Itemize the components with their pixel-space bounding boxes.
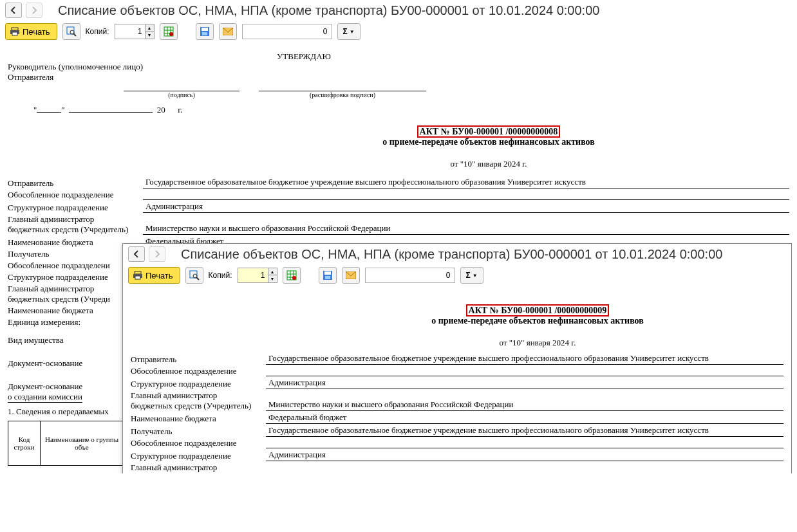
sender-value: Государственное образовательное бюджетно… (143, 177, 789, 188)
step-up-icon[interactable]: ▲ (145, 24, 154, 32)
sigma-icon: Σ (465, 271, 470, 280)
obosob-label: Обособленное подразделение (131, 366, 266, 376)
svg-rect-30 (325, 276, 330, 279)
chevron-down-icon: ▼ (473, 273, 478, 279)
kind-label: Вид имущества (8, 335, 63, 345)
magnifier-icon (66, 26, 77, 37)
step-up-icon[interactable]: ▲ (268, 268, 277, 275)
window-title: Списание объектов ОС, НМА, НПА (кроме тр… (171, 246, 722, 263)
basis2-label: Документ-основаниео создании комиссии (8, 381, 82, 403)
svg-point-27 (292, 276, 296, 280)
budget-label: Наименование бюджета (131, 414, 266, 424)
grid-settings-button[interactable] (283, 267, 301, 284)
approve-heading: УТВЕРЖДАЮ (188, 51, 420, 62)
grid-icon (286, 270, 297, 280)
preview-button[interactable] (62, 23, 80, 40)
print-label: Печать (145, 271, 173, 280)
mail-icon (346, 271, 356, 279)
sender-label: Отправитель (131, 354, 266, 365)
sigma-button[interactable]: Σ ▼ (460, 267, 483, 284)
admin2-label: Главный администраторбюджетных средств (… (131, 463, 266, 473)
sigma-icon: Σ (342, 27, 347, 36)
printer-icon (133, 270, 143, 280)
struct-label: Структурное подразделение (131, 379, 266, 389)
struct2-value: Администрация (266, 450, 783, 461)
mail-button[interactable] (219, 23, 237, 40)
obosob2-label: Обособленное подразделени (8, 261, 110, 271)
signature-label: (подпись) (168, 91, 195, 98)
step-down-icon[interactable]: ▼ (268, 275, 277, 282)
decipher-label: (расшифровка подписи) (310, 91, 375, 98)
svg-rect-14 (202, 32, 207, 35)
act-subtitle: о приеме-передаче объектов нефинансовых … (298, 316, 777, 326)
grid-icon (164, 26, 174, 37)
svg-point-11 (169, 32, 173, 36)
obosob-value (266, 366, 783, 376)
print-button[interactable]: Печать (128, 267, 180, 284)
svg-line-5 (73, 33, 76, 36)
admin-label: Главный администраторбюджетных средств (… (8, 214, 143, 235)
mail-button[interactable] (342, 267, 360, 284)
obosob2-label: Обособленное подразделение (131, 438, 266, 448)
struct-label: Структурное подразделение (8, 203, 143, 213)
struct2-label: Структурное подразделение (8, 272, 108, 282)
budget2-label: Наименование бюджета (8, 306, 93, 316)
forward-button[interactable] (149, 246, 165, 262)
grid-settings-button[interactable] (160, 23, 178, 40)
svg-rect-0 (12, 28, 18, 30)
floppy-icon (323, 270, 333, 280)
obosob-value (143, 190, 789, 200)
floppy-icon (200, 26, 210, 37)
sender-label: Отправитель (8, 178, 143, 188)
back-button[interactable] (5, 3, 22, 18)
chevron-down-icon: ▼ (350, 29, 355, 35)
admin-value: Министерство науки и высшего образования… (266, 399, 783, 411)
leader-label: Руководитель (уполномоченное лицо) Отпра… (8, 62, 789, 82)
mail-icon (223, 28, 233, 35)
back-button[interactable] (128, 246, 145, 262)
sum-input[interactable] (242, 24, 332, 39)
svg-rect-18 (135, 276, 140, 279)
print-label: Печать (23, 27, 50, 37)
receiver-value: Государственное образовательное бюджетно… (266, 425, 783, 437)
act-date: от "10" января 2024 г. (298, 338, 777, 348)
act-number: АКТ № БУ00-000001 /00000000009 (466, 304, 610, 316)
admin-value: Министерство науки и высшего образования… (143, 223, 789, 235)
step-down-icon[interactable]: ▼ (145, 32, 154, 39)
receiver-label: Получатель (131, 427, 266, 437)
admin2-label: Главный администраторбюджетных средств (… (8, 284, 110, 304)
obosob2-value (266, 438, 783, 448)
section1-label: 1. Сведения о передаваемых (8, 407, 124, 417)
admin2-value: Министерство науки и высшего образования… (266, 472, 783, 473)
basis-label: Документ-основание (8, 358, 82, 369)
copies-stepper[interactable]: ▲▼ (115, 24, 155, 39)
magnifier-icon (189, 270, 200, 280)
obosob-label: Обособленное подразделение (8, 190, 143, 200)
struct2-label: Структурное подразделение (131, 451, 266, 461)
save-button[interactable] (196, 23, 214, 40)
print-button[interactable]: Печать (5, 23, 57, 40)
admin-label: Главный администраторбюджетных средств (… (131, 390, 266, 411)
budget-value: Федеральный бюджет (266, 412, 783, 424)
copies-input[interactable] (115, 24, 145, 39)
copies-stepper[interactable]: ▲▼ (238, 268, 277, 283)
struct-value: Администрация (143, 201, 789, 213)
window-title: Списание объектов ОС, НМА, НПА (кроме тр… (48, 2, 599, 19)
save-button[interactable] (319, 267, 337, 284)
unit-label: Единица измерения: (8, 317, 80, 327)
sender-value: Государственное образовательное бюджетно… (266, 353, 783, 365)
forward-button[interactable] (26, 3, 42, 18)
printer-icon (10, 26, 20, 37)
sum-input[interactable] (365, 268, 455, 283)
copies-input[interactable] (238, 268, 268, 282)
copies-label: Копий: (209, 271, 232, 280)
sigma-button[interactable]: Σ ▼ (337, 23, 361, 40)
receiver-label: Получатель (8, 249, 50, 259)
svg-line-21 (196, 277, 199, 280)
table-header: Кодстроки Наименование о группы объе (8, 421, 124, 466)
preview-button[interactable] (185, 267, 203, 284)
svg-rect-13 (202, 28, 208, 31)
date-placeholder: "" 20 г. (33, 105, 789, 115)
svg-rect-2 (12, 32, 17, 35)
copies-label: Копий: (86, 27, 109, 36)
